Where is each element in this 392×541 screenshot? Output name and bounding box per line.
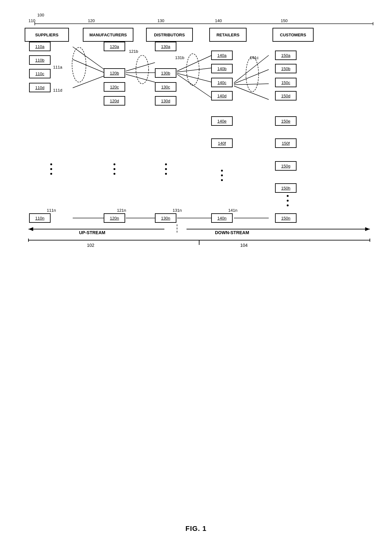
node-130c: 130c — [155, 82, 176, 92]
node-150h: 150h — [275, 183, 297, 193]
node-110c: 110c — [29, 69, 51, 78]
node-150c: 150c — [275, 78, 297, 87]
node-110n: 110n — [29, 213, 51, 223]
svg-line-19 — [234, 86, 269, 100]
svg-line-17 — [234, 70, 269, 84]
node-120a: 120a — [104, 42, 125, 51]
ref-111d: 111d — [53, 88, 62, 93]
ref-131b: 131b — [175, 55, 184, 60]
node-150a: 150a — [275, 51, 297, 60]
node-110a: 110a — [29, 42, 51, 51]
ref-141c: 141c — [250, 55, 259, 60]
svg-line-13 — [177, 73, 212, 82]
ref-110: 110 — [28, 18, 35, 23]
svg-point-29 — [165, 173, 167, 175]
node-150b: 150b — [275, 64, 297, 73]
node-150e: 150e — [275, 116, 297, 126]
node-120c: 120c — [104, 82, 125, 92]
header-suppliers: SUPPLIERS — [25, 28, 69, 42]
header-distributors: DISTRIBUTORS — [146, 28, 193, 42]
svg-line-5 — [73, 76, 104, 88]
node-140d: 140d — [211, 91, 233, 100]
node-140e: 140e — [211, 116, 233, 126]
node-150g: 150g — [275, 161, 297, 171]
node-140f: 140f — [211, 138, 233, 148]
node-130a: 130a — [155, 42, 176, 51]
node-140b: 140b — [211, 64, 233, 73]
node-120d: 120d — [104, 96, 125, 106]
svg-line-12 — [177, 68, 212, 72]
header-manufacturers: MANUFACTURERS — [83, 28, 133, 42]
ref-104: 104 — [240, 243, 248, 248]
svg-point-6 — [72, 47, 86, 82]
svg-point-31 — [221, 174, 223, 176]
node-150d: 150d — [275, 91, 297, 100]
svg-point-10 — [136, 55, 149, 84]
ref-140: 140 — [215, 18, 222, 23]
svg-point-32 — [221, 179, 223, 181]
node-120n: 120n — [104, 213, 125, 223]
ref-130: 130 — [157, 18, 164, 23]
ref-121b: 121b — [129, 49, 138, 54]
svg-point-25 — [113, 168, 115, 170]
svg-point-27 — [165, 163, 167, 165]
svg-line-4 — [73, 59, 104, 73]
svg-point-30 — [221, 170, 223, 172]
node-150f: 150f — [275, 138, 297, 148]
node-140n: 140n — [211, 213, 233, 223]
svg-line-3 — [73, 47, 104, 70]
ref-150: 150 — [281, 18, 288, 23]
svg-line-9 — [126, 74, 155, 82]
ref-121n: 121n — [117, 208, 126, 213]
svg-line-14 — [177, 74, 212, 98]
svg-point-15 — [187, 54, 199, 85]
node-140a: 140a — [211, 51, 233, 60]
ref-131n: 131n — [173, 208, 182, 213]
svg-point-35 — [287, 204, 289, 206]
node-130d: 130d — [155, 96, 176, 106]
fig1-title: FIG. 1 — [6, 525, 386, 533]
node-150n: 150n — [275, 213, 297, 223]
fig1-svg — [9, 6, 383, 278]
ref-111a: 111a — [53, 65, 62, 70]
ref-102: 102 — [87, 243, 94, 248]
svg-point-22 — [50, 168, 52, 170]
node-130n: 130n — [155, 213, 176, 223]
header-retailers: RETAILERS — [209, 28, 247, 42]
svg-point-20 — [246, 57, 259, 92]
fig1-diagram: 100 110 SUPPLIERS MANUFACTURERS DISTRIBU… — [9, 6, 383, 278]
svg-point-24 — [113, 163, 115, 165]
svg-point-33 — [287, 195, 289, 197]
header-customers: CUSTOMERS — [273, 28, 314, 42]
ref-100: 100 — [37, 13, 44, 17]
svg-point-28 — [165, 168, 167, 170]
label-upstream: UP-STREAM — [79, 230, 105, 235]
node-120b: 120b — [104, 68, 125, 78]
node-140c: 140c — [211, 78, 233, 87]
svg-marker-44 — [365, 227, 370, 231]
svg-point-21 — [50, 163, 52, 165]
page: 100 110 SUPPLIERS MANUFACTURERS DISTRIBU… — [0, 0, 392, 541]
svg-point-34 — [287, 200, 289, 202]
ref-120: 120 — [88, 18, 95, 23]
svg-line-7 — [126, 63, 155, 71]
node-110b: 110b — [29, 55, 51, 65]
svg-point-26 — [113, 173, 115, 175]
node-130b: 130b — [155, 68, 176, 78]
svg-marker-41 — [28, 227, 33, 231]
ref-111n: 111n — [47, 208, 56, 213]
node-110d: 110d — [29, 83, 51, 92]
svg-line-18 — [234, 84, 269, 85]
svg-point-23 — [50, 173, 52, 175]
ref-141n: 141n — [228, 208, 237, 213]
label-downstream: DOWN-STREAM — [215, 230, 249, 235]
